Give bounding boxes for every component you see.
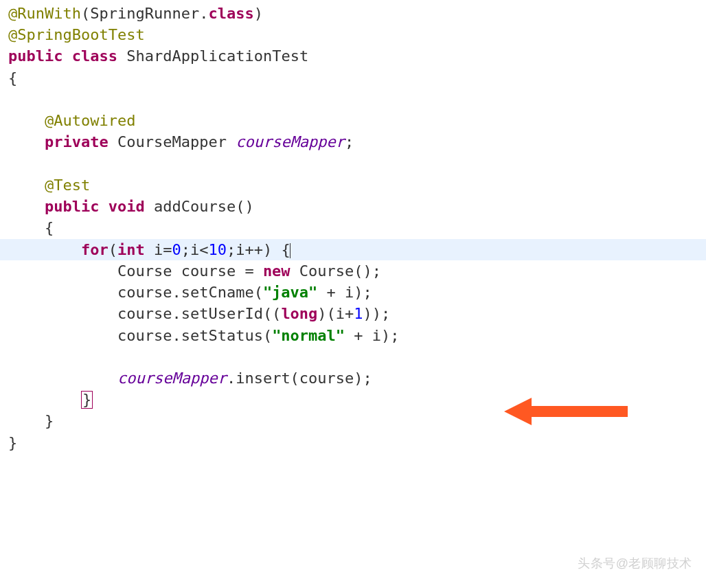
brace-open: { [45,219,54,236]
brace-close: } [8,434,17,451]
code-text: course.setCname( [117,284,263,301]
code-text: course.setStatus( [117,327,272,344]
annotation-autowired: @Autowired [45,112,135,129]
code-text: )); [363,305,391,322]
keyword-private: private [45,133,109,150]
number: 10 [208,241,227,258]
annotation: @SpringBootTest [8,26,145,43]
annotation: @RunWith [8,5,81,22]
code-text: ;i< [181,241,209,258]
code-line-1[interactable]: @RunWith(SpringRunner.class) [8,3,706,24]
code-line-4[interactable]: { [8,67,706,89]
code-line-10-highlighted[interactable]: for(int i=0;i<10;i++) { [0,239,706,260]
keyword-public: public [45,198,99,215]
code-line-12[interactable]: course.setCname("java" + i); [8,282,706,303]
code-line-18[interactable]: } [8,432,706,453]
code-text: (SpringRunner. [81,5,208,22]
string-literal: "normal" [272,327,345,344]
code-line-15[interactable]: courseMapper.insert(course); [8,368,706,389]
code-line-6[interactable]: private CourseMapper courseMapper; [8,131,706,152]
code-line-3[interactable]: public class ShardApplicationTest [8,45,706,67]
code-editor[interactable]: @RunWith(SpringRunner.class) @SpringBoot… [0,0,706,453]
brace-open: { [8,69,17,87]
code-line-blank[interactable] [8,89,706,110]
keyword-for: for [81,241,109,258]
paren: ( [109,241,117,258]
keyword-void: void [109,198,145,215]
code-line-5[interactable]: @Autowired [8,110,706,131]
code-line-8[interactable]: public void addCourse() [8,196,706,217]
code-line-11[interactable]: Course course = new Course(); [8,260,706,282]
code-line-17[interactable]: } [8,410,706,431]
code-line-16[interactable]: } [8,389,706,410]
code-text: .insert(course); [227,370,372,387]
code-line-14[interactable]: course.setStatus("normal" + i); [8,325,706,346]
code-text: Course(); [291,262,381,280]
code-text: + i); [345,327,399,344]
code-text: )(i+ [317,305,354,322]
string-literal: "java" [263,284,317,301]
parentheses: () [236,198,254,215]
keyword-class: class [208,5,253,22]
annotation-test: @Test [45,177,90,194]
keyword-new: new [263,262,291,280]
code-line-2[interactable]: @SpringBootTest [8,24,706,45]
code-text: i= [145,241,172,258]
type-name: CourseMapper [117,133,227,150]
number: 0 [172,241,181,258]
code-text: ;i++) { [227,241,291,258]
code-line-7[interactable]: @Test [8,174,706,196]
brace-close: } [45,412,54,429]
keyword-class: class [72,47,117,65]
code-line-9[interactable]: { [8,217,706,238]
code-text: course.setUserId(( [117,305,281,322]
code-line-13[interactable]: course.setUserId((long)(i+1)); [8,303,706,324]
brace-close-matched: } [81,391,93,409]
code-text: ) [254,5,263,22]
keyword-long: long [281,305,317,322]
code-text: Course course = [117,262,263,280]
class-name: ShardApplicationTest [126,47,308,65]
code-line-blank[interactable] [8,153,706,174]
field-name: courseMapper [236,133,345,150]
keyword-public: public [8,47,62,65]
semicolon: ; [345,133,354,150]
watermark-text: 头条号@老顾聊技术 [578,555,692,573]
method-name: addCourse [154,198,236,215]
code-line-blank[interactable] [8,346,706,368]
field-ref: courseMapper [117,370,227,387]
number: 1 [354,305,363,322]
cursor-icon [290,243,291,258]
code-text: + i); [317,284,372,301]
keyword-int: int [117,241,145,258]
